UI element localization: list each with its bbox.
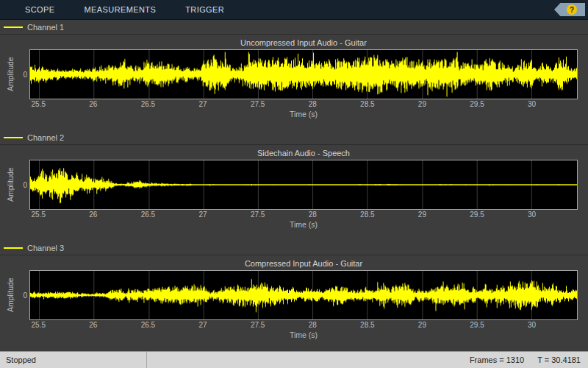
channel-2-xticks: 25.52626.52727.52828.52929.530 xyxy=(29,210,578,219)
channel-2-waveform-canvas xyxy=(30,160,577,209)
status-bar: Stopped Frames = 1310 T = 30.4181 xyxy=(0,351,588,368)
channel-1-ylabel: Amplitude xyxy=(4,49,16,99)
x-tick-label: 27 xyxy=(198,210,207,219)
channel-3-plot: Compressed Input Audio - Guitar Amplitud… xyxy=(0,255,588,351)
channel-1-xticks: 25.52626.52727.52828.52929.530 xyxy=(29,99,578,109)
status-time: T = 30.4181 xyxy=(537,355,581,364)
x-tick-label: 26.5 xyxy=(141,321,155,329)
tab-measurements[interactable]: MEASUREMENTS xyxy=(85,0,157,19)
x-tick-label: 28.5 xyxy=(360,100,374,108)
x-tick-label: 28 xyxy=(309,321,317,329)
x-tick-label: 29.5 xyxy=(470,321,484,329)
channel-3-title: Compressed Input Audio - Guitar xyxy=(29,258,578,270)
channel-1-section: Channel 1 Uncompressed Input Audio - Gui… xyxy=(0,20,588,130)
x-tick-label: 29.5 xyxy=(470,210,484,219)
tab-trigger[interactable]: TRIGGER xyxy=(185,0,224,19)
channel-1-line-swatch xyxy=(4,26,23,28)
tab-scope[interactable]: SCOPE xyxy=(25,0,55,19)
x-tick-label: 26.5 xyxy=(141,210,155,219)
channel-3-xticks: 25.52626.52727.52828.52929.530 xyxy=(29,320,578,330)
channel-3-line-swatch xyxy=(4,247,23,249)
x-tick-label: 29.5 xyxy=(470,100,484,108)
status-frames: Frames = 1310 xyxy=(470,355,524,364)
channel-3-waveform-canvas xyxy=(30,271,577,319)
channel-1-title: Uncompressed Input Audio - Guitar xyxy=(29,37,578,49)
x-tick-label: 26 xyxy=(89,100,97,108)
x-tick-label: 29 xyxy=(418,210,426,219)
x-tick-label: 26.5 xyxy=(141,100,155,108)
channel-2-xlabel: Time (s) xyxy=(29,219,578,230)
channel-1-ytick-0: 0 xyxy=(16,49,29,99)
channel-3-label: Channel 3 xyxy=(27,244,64,252)
x-tick-label: 26 xyxy=(89,321,97,329)
x-tick-label: 30 xyxy=(528,210,536,219)
x-tick-label: 30 xyxy=(528,321,536,329)
help-button[interactable]: ? xyxy=(554,3,585,16)
channel-1-label: Channel 1 xyxy=(27,23,64,32)
x-tick-label: 28 xyxy=(309,100,317,108)
channel-3-legend[interactable]: Channel 3 xyxy=(0,241,588,255)
channel-2-legend[interactable]: Channel 2 xyxy=(0,130,588,145)
x-tick-label: 25.5 xyxy=(31,100,45,108)
channel-2-ylabel: Amplitude xyxy=(4,160,16,210)
help-icon: ? xyxy=(567,4,577,15)
x-tick-label: 28.5 xyxy=(360,321,374,329)
x-tick-label: 27 xyxy=(198,100,207,108)
channel-2-label: Channel 2 xyxy=(27,133,64,142)
channel-2-line-swatch xyxy=(4,137,23,138)
x-tick-label: 27.5 xyxy=(251,210,265,219)
x-tick-label: 27 xyxy=(198,321,207,329)
channel-3-axes[interactable] xyxy=(29,270,578,320)
status-state: Stopped xyxy=(0,352,147,368)
channel-1-plot: Uncompressed Input Audio - Guitar Amplit… xyxy=(0,35,588,130)
channel-2-title: Sidechain Audio - Speech xyxy=(29,147,578,160)
scope-display-area: Channel 1 Uncompressed Input Audio - Gui… xyxy=(0,20,588,351)
channel-2-section: Channel 2 Sidechain Audio - Speech Ampli… xyxy=(0,130,588,241)
x-tick-label: 27.5 xyxy=(251,321,265,329)
channel-2-ytick-0: 0 xyxy=(16,160,29,210)
toolbar-tabs: SCOPE MEASUREMENTS TRIGGER xyxy=(25,0,224,19)
x-tick-label: 30 xyxy=(528,100,536,108)
channel-3-section: Channel 3 Compressed Input Audio - Guita… xyxy=(0,241,588,351)
x-tick-label: 26 xyxy=(89,210,97,219)
x-tick-label: 25.5 xyxy=(31,321,45,329)
channel-1-xlabel: Time (s) xyxy=(29,109,578,120)
channel-1-axes[interactable] xyxy=(29,49,578,99)
channel-2-plot: Sidechain Audio - Speech Amplitude 0 25.… xyxy=(0,145,588,241)
x-tick-label: 28 xyxy=(309,210,317,219)
x-tick-label: 29 xyxy=(418,100,426,108)
channel-3-ytick-0: 0 xyxy=(16,270,29,320)
x-tick-label: 29 xyxy=(418,321,426,329)
x-tick-label: 27.5 xyxy=(251,100,265,108)
status-counters: Frames = 1310 T = 30.4181 xyxy=(470,355,588,364)
channel-2-axes[interactable] xyxy=(29,160,578,210)
channel-3-xlabel: Time (s) xyxy=(29,330,578,341)
channel-1-legend[interactable]: Channel 1 xyxy=(0,20,588,35)
toolbar: SCOPE MEASUREMENTS TRIGGER ? xyxy=(0,0,588,20)
channel-3-ylabel: Amplitude xyxy=(4,270,16,320)
channel-1-waveform-canvas xyxy=(30,50,577,99)
x-tick-label: 28.5 xyxy=(360,210,374,219)
x-tick-label: 25.5 xyxy=(31,210,45,219)
